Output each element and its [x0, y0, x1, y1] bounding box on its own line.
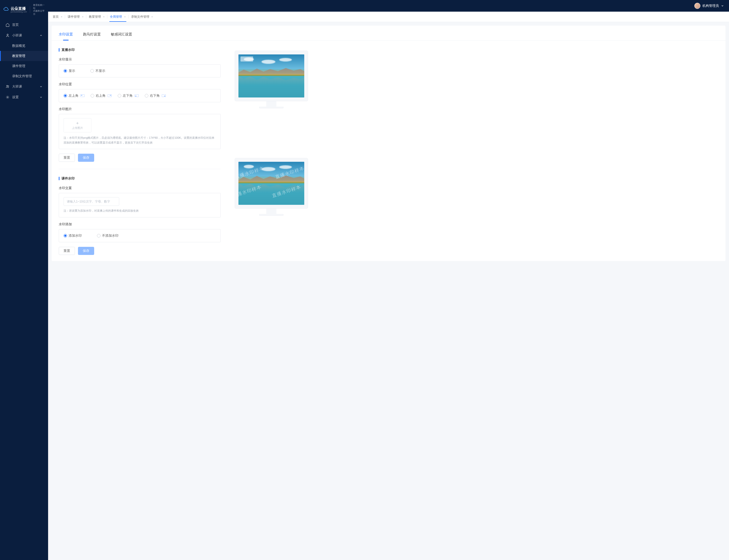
- inner-tab-sensitive[interactable]: 敏感词汇设置: [111, 31, 132, 40]
- save-button-courseware[interactable]: 保存: [78, 247, 94, 255]
- field-position: 左上角 右上角 左下角 右下角: [59, 89, 221, 102]
- reset-button-courseware[interactable]: 重置: [59, 247, 75, 255]
- sidebar-item-courseware-mgmt[interactable]: 课件管理: [0, 61, 48, 71]
- sidebar: 云朵直播 yunduoketang.com 教育机构一站 式服务云平台 首页 小…: [0, 0, 48, 560]
- radio-pos-bl[interactable]: 左下角: [118, 93, 139, 98]
- inner-tab-watermark[interactable]: 水印设置: [59, 31, 73, 40]
- svg-point-3: [7, 97, 8, 98]
- brand-name: 云朵直播: [11, 7, 27, 11]
- radio-show[interactable]: 显示: [64, 69, 75, 73]
- sidebar-item-recording-mgmt[interactable]: 录制文件管理: [0, 71, 48, 81]
- chevron-down-icon: [39, 85, 43, 88]
- radio-add-yes[interactable]: 添加水印: [64, 233, 82, 238]
- tab-global[interactable]: 全局管理×: [107, 12, 128, 22]
- radio-pos-tr[interactable]: 右上角: [91, 93, 112, 98]
- chevron-up-icon: [39, 34, 43, 37]
- brand-logo: 云朵直播 yunduoketang.com 教育机构一站 式服务云平台: [0, 0, 48, 19]
- sidebar-item-home[interactable]: 首页: [0, 19, 48, 30]
- label-position: 水印位置: [59, 82, 221, 87]
- chevron-down-icon[interactable]: [721, 4, 724, 7]
- label-display: 水印显示: [59, 57, 221, 62]
- svg-point-2: [8, 86, 9, 86]
- text-hint: 注：若设置为添加水印，对直播上传的课件和生成的回放生效: [64, 208, 216, 213]
- watermark-text-input[interactable]: [64, 197, 119, 206]
- home-icon: [6, 23, 10, 27]
- upload-button[interactable]: + 上传图片: [64, 118, 91, 132]
- tab-courseware[interactable]: 课件管理×: [65, 12, 86, 22]
- label-add: 水印添加: [59, 222, 221, 227]
- users-icon: [6, 85, 10, 89]
- close-icon[interactable]: ×: [82, 15, 83, 18]
- topbar: 机构管理员: [48, 0, 729, 12]
- field-add: 添加水印 不添加水印: [59, 229, 221, 242]
- preview-monitor-live: [231, 51, 312, 107]
- watermark-preview-chip: [240, 56, 253, 62]
- field-text: 注：若设置为添加水印，对直播上传的课件和生成的回放生效: [59, 193, 221, 217]
- page-tabs: 首页× 课件管理× 教室管理× 全局管理× 录制文件管理×: [48, 12, 729, 22]
- user-icon: [6, 33, 10, 37]
- user-name[interactable]: 机构管理员: [702, 4, 719, 8]
- content-card: 水印设置 跑马灯设置 敏感词汇设置 直播水印 水印显示: [52, 26, 725, 261]
- svg-point-0: [7, 34, 8, 35]
- sidebar-item-smallclass[interactable]: 小班课: [0, 30, 48, 41]
- label-text: 水印文案: [59, 186, 221, 190]
- field-display: 显示 不显示: [59, 64, 221, 77]
- reset-button-live[interactable]: 重置: [59, 154, 75, 162]
- field-image: + 上传图片 注：水印只支持png格式图片，且必须为透明底。建议最佳图片尺寸：1…: [59, 114, 221, 149]
- inner-tabs: 水印设置 跑马灯设置 敏感词汇设置: [52, 26, 725, 41]
- radio-pos-tl[interactable]: 左上角: [64, 93, 85, 98]
- close-icon[interactable]: ×: [61, 15, 62, 18]
- section-live-watermark: 直播水印: [59, 48, 221, 52]
- inner-tab-marquee[interactable]: 跑马灯设置: [83, 31, 101, 40]
- avatar[interactable]: [694, 3, 700, 9]
- sidebar-item-settings[interactable]: 设置: [0, 92, 48, 103]
- image-hint: 注：水印只支持png格式图片，且必须为透明底。建议最佳图片尺寸：174*80，大…: [64, 135, 216, 145]
- tab-home[interactable]: 首页×: [50, 12, 65, 22]
- radio-pos-br[interactable]: 右下角: [145, 93, 166, 98]
- sidebar-item-data-overview[interactable]: 数据概览: [0, 41, 48, 51]
- cloud-logo-icon: [4, 7, 9, 13]
- sidebar-item-largeclass[interactable]: 大班课: [0, 81, 48, 92]
- save-button-live[interactable]: 保存: [78, 154, 94, 162]
- section-courseware-watermark: 课件水印: [59, 176, 221, 181]
- radio-add-no[interactable]: 不添加水印: [97, 233, 118, 238]
- chevron-down-icon: [39, 96, 43, 99]
- tab-recording[interactable]: 录制文件管理×: [129, 12, 155, 22]
- brand-domain: yunduoketang.com: [11, 11, 27, 13]
- svg-point-1: [7, 85, 8, 86]
- gear-icon: [6, 95, 10, 99]
- sidebar-item-classroom-mgmt[interactable]: 教室管理: [0, 51, 48, 61]
- plus-icon: +: [76, 121, 79, 126]
- close-icon[interactable]: ×: [151, 15, 153, 18]
- close-icon[interactable]: ×: [103, 15, 105, 18]
- close-icon[interactable]: ×: [124, 15, 126, 18]
- label-image: 水印图片: [59, 107, 221, 111]
- brand-tagline: 教育机构一站 式服务云平台: [33, 4, 45, 16]
- radio-hide[interactable]: 不显示: [90, 69, 105, 73]
- tab-classroom[interactable]: 教室管理×: [86, 12, 107, 22]
- preview-monitor-courseware: 直播水印样本 直播水印样本 直播水印样本 直播水印样本: [231, 158, 312, 215]
